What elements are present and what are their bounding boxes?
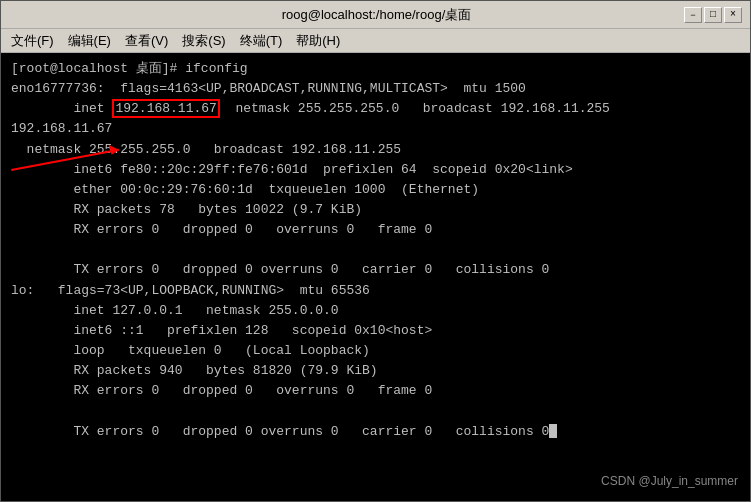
terminal-cursor <box>549 424 557 438</box>
terminal-line-5: netmask 255.255.255.0 broadcast 192.168.… <box>11 140 740 160</box>
terminal-line-3: inet 192.168.11.67 netmask 255.255.255.0… <box>11 99 740 119</box>
menu-help[interactable]: 帮助(H) <box>290 30 346 52</box>
terminal-body[interactable]: [root@localhost 桌面]# ifconfig eno1677773… <box>1 53 750 501</box>
terminal-line-19 <box>11 401 740 421</box>
terminal-line-2: eno16777736: flags=4163<UP,BROADCAST,RUN… <box>11 79 740 99</box>
menu-view[interactable]: 查看(V) <box>119 30 174 52</box>
terminal-line-15: inet6 ::1 prefixlen 128 scopeid 0x10<hos… <box>11 321 740 341</box>
close-button[interactable]: × <box>724 7 742 23</box>
menu-edit[interactable]: 编辑(E) <box>62 30 117 52</box>
window-controls: － □ × <box>684 7 742 23</box>
terminal-line-9: RX errors 0 dropped 0 overruns 0 frame 0 <box>11 220 740 240</box>
terminal-line-13: lo: flags=73<UP,LOOPBACK,RUNNING> mtu 65… <box>11 281 740 301</box>
menu-file[interactable]: 文件(F) <box>5 30 60 52</box>
menu-terminal[interactable]: 终端(T) <box>234 30 289 52</box>
terminal-line-16: loop txqueuelen 0 (Local Loopback) <box>11 341 740 361</box>
watermark: CSDN @July_in_summer <box>601 472 738 491</box>
terminal-line-3-pre: inet <box>11 101 112 116</box>
menubar: 文件(F) 编辑(E) 查看(V) 搜索(S) 终端(T) 帮助(H) <box>1 29 750 53</box>
terminal-prompt: TX errors 0 dropped 0 overruns 0 carrier… <box>11 424 549 439</box>
titlebar: roog@localhost:/home/roog/桌面 － □ × <box>1 1 750 29</box>
minimize-button[interactable]: － <box>684 7 702 23</box>
terminal-line-1: [root@localhost 桌面]# ifconfig <box>11 59 740 79</box>
restore-button[interactable]: □ <box>704 7 722 23</box>
terminal-line-7: ether 00:0c:29:76:60:1d txqueuelen 1000 … <box>11 180 740 200</box>
terminal-line-6: inet6 fe80::20c:29ff:fe76:601d prefixlen… <box>11 160 740 180</box>
menu-search[interactable]: 搜索(S) <box>176 30 231 52</box>
terminal-line-8: RX packets 78 bytes 10022 (9.7 KiB) <box>11 200 740 220</box>
terminal-line-14: inet 127.0.0.1 netmask 255.0.0.0 <box>11 301 740 321</box>
ip-address-highlight: 192.168.11.67 <box>112 99 219 118</box>
terminal-line-4: 192.168.11.67 <box>11 119 740 139</box>
terminal-line-17: RX packets 940 bytes 81820 (79.9 KiB) <box>11 361 740 381</box>
terminal-line-20: TX errors 0 dropped 0 overruns 0 carrier… <box>11 422 740 442</box>
terminal-line-18: RX errors 0 dropped 0 overruns 0 frame 0 <box>11 381 740 401</box>
terminal-line-3-post: netmask 255.255.255.0 broadcast 192.168.… <box>220 101 610 116</box>
terminal-line-11: TX errors 0 dropped 0 overruns 0 carrier… <box>11 260 740 280</box>
terminal-window: roog@localhost:/home/roog/桌面 － □ × 文件(F)… <box>0 0 751 502</box>
terminal-line-10 <box>11 240 740 260</box>
window-title: roog@localhost:/home/roog/桌面 <box>69 6 684 24</box>
